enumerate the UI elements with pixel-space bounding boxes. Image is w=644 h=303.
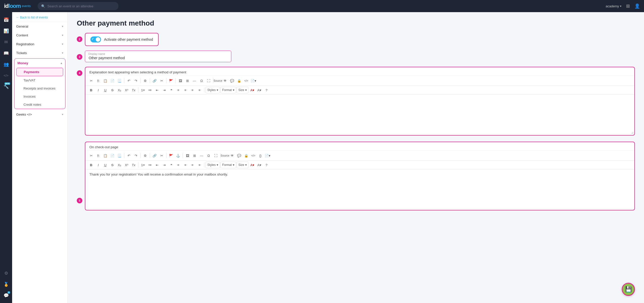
clear-format-btn[interactable]: Tx bbox=[130, 87, 137, 93]
subscript-btn[interactable]: X₂ bbox=[116, 87, 123, 93]
unordered-list-btn2[interactable]: •≡ bbox=[147, 162, 153, 168]
icon-bar-users[interactable]: 👥 bbox=[2, 60, 11, 69]
braces-btn2[interactable]: {} bbox=[257, 152, 264, 159]
subscript-btn2[interactable]: X₂ bbox=[116, 162, 123, 168]
save-button[interactable]: 💾 bbox=[622, 283, 635, 296]
sidebar-sub-payments[interactable]: Payments bbox=[16, 68, 63, 76]
font-color-btn2[interactable]: A▾ bbox=[249, 162, 256, 168]
flag-btn[interactable]: 🚩 bbox=[168, 77, 174, 84]
sidebar-item-content[interactable]: Content ▾ bbox=[12, 31, 67, 40]
sidebar-item-general[interactable]: General ▾ bbox=[12, 22, 67, 31]
search-input[interactable] bbox=[47, 4, 115, 8]
clear-format-btn2[interactable]: Tx bbox=[130, 162, 137, 168]
lock-btn2[interactable]: 🔒 bbox=[243, 152, 250, 159]
sidebar-back[interactable]: ← Back to list of events bbox=[12, 12, 67, 22]
align-right-btn2[interactable]: ≡ bbox=[189, 162, 196, 168]
blockquote-btn[interactable]: ❝ bbox=[168, 87, 175, 93]
ordered-list-btn2[interactable]: 1≡ bbox=[140, 162, 146, 168]
superscript-btn2[interactable]: X² bbox=[123, 162, 130, 168]
icon-bar-settings[interactable]: ⚙ bbox=[2, 269, 11, 278]
cut-btn2[interactable]: ✂ bbox=[88, 152, 94, 159]
align-center-btn2[interactable]: ≡ bbox=[182, 162, 189, 168]
paste-word-btn[interactable]: 📄 bbox=[109, 77, 116, 84]
sidebar-item-tickets[interactable]: Tickets ▾ bbox=[12, 49, 67, 57]
underline-btn[interactable]: U bbox=[102, 87, 109, 93]
align-left-btn[interactable]: ≡ bbox=[175, 87, 182, 93]
flag-btn2[interactable]: 🚩 bbox=[168, 152, 174, 159]
icon-bar-calendar[interactable]: 📅 bbox=[2, 15, 11, 24]
template-btn2[interactable]: 📄▾ bbox=[264, 152, 271, 159]
outdent-btn2[interactable]: ⇤ bbox=[154, 162, 160, 168]
sidebar-sub-invoices[interactable]: Invoices bbox=[16, 93, 63, 100]
bg-color-btn[interactable]: A▾ bbox=[256, 87, 263, 93]
preview-btn2[interactable]: 👁 bbox=[229, 152, 235, 159]
undo-btn[interactable]: ↶ bbox=[126, 77, 132, 84]
unlink-btn[interactable]: ✂ bbox=[158, 77, 165, 84]
outdent-btn[interactable]: ⇤ bbox=[154, 87, 160, 93]
activate-toggle[interactable] bbox=[90, 36, 101, 42]
sidebar-item-geeks[interactable]: Geeks </> ▾ bbox=[12, 110, 67, 119]
undo-btn2[interactable]: ↶ bbox=[126, 152, 132, 159]
template-btn[interactable]: 📄▾ bbox=[250, 77, 257, 84]
icon-bar-help[interactable]: 💬? bbox=[2, 291, 11, 300]
omega-btn[interactable]: Ω bbox=[198, 77, 205, 84]
table-btn[interactable]: ⊞ bbox=[184, 77, 191, 84]
fullscreen-btn2[interactable]: ⛶ bbox=[212, 152, 219, 159]
paste2-btn2[interactable]: 📃 bbox=[116, 152, 123, 159]
align-justify-btn2[interactable]: ≡ bbox=[196, 162, 203, 168]
align-center-btn[interactable]: ≡ bbox=[182, 87, 189, 93]
paste-text-btn2[interactable]: 📋 bbox=[102, 152, 109, 159]
size-dropdown2[interactable]: Size ▾ bbox=[237, 162, 249, 168]
font-color-btn[interactable]: A▾ bbox=[249, 87, 256, 93]
sidebar-sub-taxvat[interactable]: Tax/VAT bbox=[16, 76, 63, 84]
sidebar-sub-receipts[interactable]: Receipts and invoices bbox=[16, 84, 63, 92]
code-btn2[interactable]: </> bbox=[250, 152, 257, 159]
grid-icon[interactable]: ⊞ bbox=[626, 3, 630, 9]
fullscreen-btn[interactable]: ⛶ bbox=[205, 77, 212, 84]
link-btn[interactable]: 🔗 bbox=[151, 77, 158, 84]
redo-btn2[interactable]: ↷ bbox=[133, 152, 139, 159]
help-btn2[interactable]: ? bbox=[263, 162, 270, 168]
cut-btn[interactable]: ✂ bbox=[88, 77, 94, 84]
preview-btn[interactable]: 👁 bbox=[222, 77, 228, 84]
italic-btn[interactable]: I bbox=[95, 87, 102, 93]
format-btn[interactable]: ⚙ bbox=[142, 77, 148, 84]
explanation-editor-body[interactable]: ⊿ bbox=[85, 95, 634, 135]
icon-bar-wrench[interactable]: 🔧NEW bbox=[2, 82, 11, 91]
bold-btn[interactable]: B bbox=[88, 87, 94, 93]
link-btn2[interactable]: 🔗 bbox=[151, 152, 158, 159]
anchor-btn2[interactable]: ⚓ bbox=[175, 152, 181, 159]
strikethrough-btn2[interactable]: S bbox=[109, 162, 116, 168]
icon-bar-book[interactable]: 📖 bbox=[2, 49, 11, 58]
omega-btn2[interactable]: Ω bbox=[205, 152, 212, 159]
icon-bar-code[interactable]: </> bbox=[2, 71, 11, 80]
icon-bar-chart[interactable]: 📊 bbox=[2, 26, 11, 35]
table-btn2[interactable]: ⊞ bbox=[191, 152, 198, 159]
italic-btn2[interactable]: I bbox=[95, 162, 102, 168]
align-left-btn2[interactable]: ≡ bbox=[175, 162, 182, 168]
styles-dropdown2[interactable]: Styles ▾ bbox=[206, 162, 220, 168]
icon-bar-email[interactable]: ✉ bbox=[2, 37, 11, 47]
blockquote-btn2[interactable]: ❝ bbox=[168, 162, 175, 168]
image-btn2[interactable]: 🖼 bbox=[184, 152, 191, 159]
superscript-btn[interactable]: X² bbox=[123, 87, 130, 93]
sidebar-item-registration[interactable]: Registration ▾ bbox=[12, 40, 67, 49]
sidebar-sub-creditnotes[interactable]: Credit notes bbox=[16, 101, 63, 109]
unordered-list-btn[interactable]: •≡ bbox=[147, 87, 153, 93]
redo-btn[interactable]: ↷ bbox=[133, 77, 139, 84]
size-dropdown[interactable]: Size ▾ bbox=[237, 87, 249, 93]
format-dropdown[interactable]: Format ▾ bbox=[220, 87, 236, 93]
paste-text-btn[interactable]: 📋 bbox=[102, 77, 109, 84]
checkout-editor-body[interactable]: Thank you for your registration! You wil… bbox=[85, 169, 634, 210]
styles-dropdown[interactable]: Styles ▾ bbox=[206, 87, 220, 93]
copy-btn2[interactable]: ⎘ bbox=[95, 152, 102, 159]
sidebar-item-money[interactable]: Money ▴ bbox=[14, 59, 65, 68]
hline-btn[interactable]: — bbox=[191, 77, 198, 84]
format-dropdown2[interactable]: Format ▾ bbox=[220, 162, 236, 168]
source-btn[interactable]: Source bbox=[215, 77, 221, 84]
image-btn[interactable]: 🖼 bbox=[177, 77, 184, 84]
indent-btn2[interactable]: ⇥ bbox=[161, 162, 167, 168]
code-btn[interactable]: </> bbox=[243, 77, 250, 84]
paste2-btn[interactable]: 📃 bbox=[116, 77, 123, 84]
lock-btn[interactable]: 🔒 bbox=[236, 77, 242, 84]
